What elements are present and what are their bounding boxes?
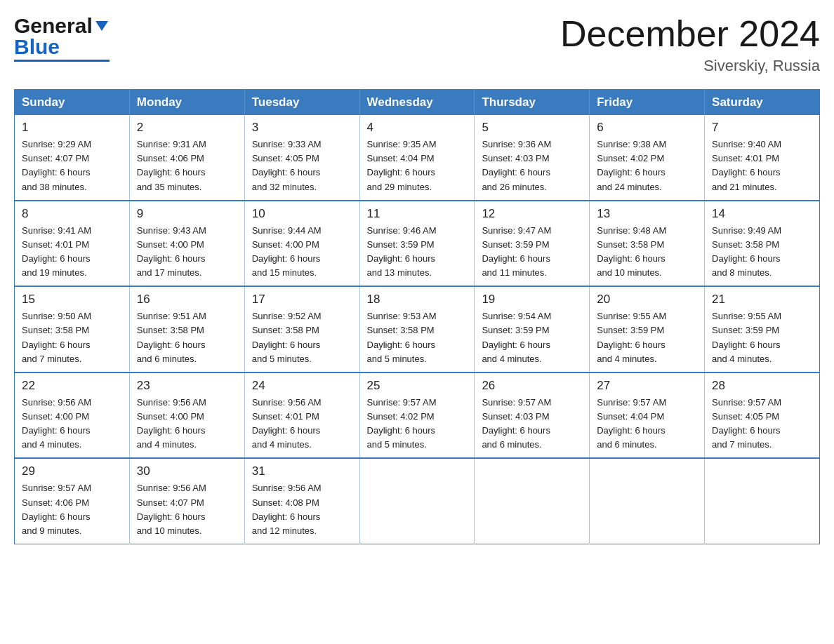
day-number: 11 bbox=[367, 207, 468, 221]
calendar-week-row: 1Sunrise: 9:29 AMSunset: 4:07 PMDaylight… bbox=[15, 115, 820, 201]
logo: General Blue bbox=[14, 14, 110, 62]
day-number: 7 bbox=[712, 121, 812, 135]
calendar-empty-cell bbox=[359, 458, 475, 544]
calendar-day-cell: 31Sunrise: 9:56 AMSunset: 4:08 PMDayligh… bbox=[244, 458, 359, 544]
day-number: 9 bbox=[137, 207, 237, 221]
location-title: Siverskiy, Russia bbox=[560, 57, 820, 75]
calendar-day-cell: 4Sunrise: 9:35 AMSunset: 4:04 PMDaylight… bbox=[359, 115, 475, 201]
day-info: Sunrise: 9:38 AMSunset: 4:02 PMDaylight:… bbox=[597, 137, 697, 194]
calendar-day-cell: 28Sunrise: 9:57 AMSunset: 4:05 PMDayligh… bbox=[705, 373, 820, 459]
day-info: Sunrise: 9:47 AMSunset: 3:59 PMDaylight:… bbox=[482, 224, 582, 281]
day-info: Sunrise: 9:56 AMSunset: 4:08 PMDaylight:… bbox=[252, 481, 352, 538]
month-title: December 2024 bbox=[560, 14, 820, 54]
calendar-week-row: 15Sunrise: 9:50 AMSunset: 3:58 PMDayligh… bbox=[15, 286, 820, 373]
day-number: 20 bbox=[597, 293, 697, 307]
calendar-day-cell: 23Sunrise: 9:56 AMSunset: 4:00 PMDayligh… bbox=[129, 373, 244, 459]
day-number: 22 bbox=[22, 379, 122, 393]
weekday-header-monday: Monday bbox=[129, 90, 244, 116]
day-info: Sunrise: 9:55 AMSunset: 3:59 PMDaylight:… bbox=[597, 309, 697, 366]
day-info: Sunrise: 9:48 AMSunset: 3:58 PMDaylight:… bbox=[597, 224, 697, 281]
day-info: Sunrise: 9:51 AMSunset: 3:58 PMDaylight:… bbox=[137, 309, 237, 366]
weekday-header-row: SundayMondayTuesdayWednesdayThursdayFrid… bbox=[15, 90, 820, 116]
calendar-day-cell: 14Sunrise: 9:49 AMSunset: 3:58 PMDayligh… bbox=[705, 201, 820, 287]
calendar-week-row: 29Sunrise: 9:57 AMSunset: 4:06 PMDayligh… bbox=[15, 458, 820, 544]
day-info: Sunrise: 9:31 AMSunset: 4:06 PMDaylight:… bbox=[137, 137, 237, 194]
logo-text-general: General bbox=[14, 14, 93, 38]
calendar-day-cell: 27Sunrise: 9:57 AMSunset: 4:04 PMDayligh… bbox=[590, 373, 705, 459]
day-info: Sunrise: 9:43 AMSunset: 4:00 PMDaylight:… bbox=[137, 224, 237, 281]
day-info: Sunrise: 9:49 AMSunset: 3:58 PMDaylight:… bbox=[712, 224, 812, 281]
day-info: Sunrise: 9:57 AMSunset: 4:04 PMDaylight:… bbox=[597, 396, 697, 452]
calendar-day-cell: 20Sunrise: 9:55 AMSunset: 3:59 PMDayligh… bbox=[590, 286, 705, 373]
calendar-week-row: 8Sunrise: 9:41 AMSunset: 4:01 PMDaylight… bbox=[15, 201, 820, 287]
day-info: Sunrise: 9:53 AMSunset: 3:58 PMDaylight:… bbox=[367, 309, 468, 366]
day-number: 27 bbox=[597, 379, 697, 393]
calendar-day-cell: 25Sunrise: 9:57 AMSunset: 4:02 PMDayligh… bbox=[359, 373, 475, 459]
day-number: 4 bbox=[367, 121, 468, 135]
day-info: Sunrise: 9:56 AMSunset: 4:00 PMDaylight:… bbox=[137, 396, 237, 452]
day-number: 13 bbox=[597, 207, 697, 221]
day-number: 10 bbox=[252, 207, 352, 221]
day-info: Sunrise: 9:44 AMSunset: 4:00 PMDaylight:… bbox=[252, 224, 352, 281]
calendar-day-cell: 26Sunrise: 9:57 AMSunset: 4:03 PMDayligh… bbox=[475, 373, 590, 459]
calendar-week-row: 22Sunrise: 9:56 AMSunset: 4:00 PMDayligh… bbox=[15, 373, 820, 459]
calendar-day-cell: 6Sunrise: 9:38 AMSunset: 4:02 PMDaylight… bbox=[590, 115, 705, 201]
day-info: Sunrise: 9:29 AMSunset: 4:07 PMDaylight:… bbox=[22, 137, 122, 194]
logo-text-blue: Blue bbox=[14, 35, 110, 62]
day-number: 23 bbox=[137, 379, 237, 393]
day-number: 15 bbox=[22, 293, 122, 307]
calendar-day-cell: 10Sunrise: 9:44 AMSunset: 4:00 PMDayligh… bbox=[244, 201, 359, 287]
day-number: 3 bbox=[252, 121, 352, 135]
day-number: 31 bbox=[252, 464, 352, 478]
calendar-day-cell: 18Sunrise: 9:53 AMSunset: 3:58 PMDayligh… bbox=[359, 286, 475, 373]
calendar-day-cell: 22Sunrise: 9:56 AMSunset: 4:00 PMDayligh… bbox=[15, 373, 130, 459]
svg-marker-0 bbox=[95, 21, 108, 31]
day-info: Sunrise: 9:56 AMSunset: 4:00 PMDaylight:… bbox=[22, 396, 122, 452]
calendar-day-cell: 13Sunrise: 9:48 AMSunset: 3:58 PMDayligh… bbox=[590, 201, 705, 287]
weekday-header-saturday: Saturday bbox=[705, 90, 820, 116]
day-number: 16 bbox=[137, 293, 237, 307]
weekday-header-sunday: Sunday bbox=[15, 90, 130, 116]
calendar-day-cell: 11Sunrise: 9:46 AMSunset: 3:59 PMDayligh… bbox=[359, 201, 475, 287]
day-info: Sunrise: 9:41 AMSunset: 4:01 PMDaylight:… bbox=[22, 224, 122, 281]
calendar-day-cell: 9Sunrise: 9:43 AMSunset: 4:00 PMDaylight… bbox=[129, 201, 244, 287]
day-number: 25 bbox=[367, 379, 468, 393]
calendar-day-cell: 24Sunrise: 9:56 AMSunset: 4:01 PMDayligh… bbox=[244, 373, 359, 459]
day-number: 19 bbox=[482, 293, 582, 307]
day-number: 14 bbox=[712, 207, 812, 221]
day-number: 24 bbox=[252, 379, 352, 393]
day-number: 18 bbox=[367, 293, 468, 307]
day-info: Sunrise: 9:56 AMSunset: 4:01 PMDaylight:… bbox=[252, 396, 352, 452]
weekday-header-tuesday: Tuesday bbox=[244, 90, 359, 116]
day-info: Sunrise: 9:40 AMSunset: 4:01 PMDaylight:… bbox=[712, 137, 812, 194]
calendar-day-cell: 29Sunrise: 9:57 AMSunset: 4:06 PMDayligh… bbox=[15, 458, 130, 544]
day-number: 17 bbox=[252, 293, 352, 307]
calendar-table: SundayMondayTuesdayWednesdayThursdayFrid… bbox=[14, 89, 820, 544]
calendar-day-cell: 16Sunrise: 9:51 AMSunset: 3:58 PMDayligh… bbox=[129, 286, 244, 373]
day-info: Sunrise: 9:33 AMSunset: 4:05 PMDaylight:… bbox=[252, 137, 352, 194]
calendar-day-cell: 21Sunrise: 9:55 AMSunset: 3:59 PMDayligh… bbox=[705, 286, 820, 373]
calendar-empty-cell bbox=[475, 458, 590, 544]
day-info: Sunrise: 9:36 AMSunset: 4:03 PMDaylight:… bbox=[482, 137, 582, 194]
day-info: Sunrise: 9:50 AMSunset: 3:58 PMDaylight:… bbox=[22, 309, 122, 366]
calendar-title-block: December 2024 Siverskiy, Russia bbox=[560, 14, 820, 75]
day-info: Sunrise: 9:35 AMSunset: 4:04 PMDaylight:… bbox=[367, 137, 468, 194]
day-info: Sunrise: 9:52 AMSunset: 3:58 PMDaylight:… bbox=[252, 309, 352, 366]
calendar-day-cell: 8Sunrise: 9:41 AMSunset: 4:01 PMDaylight… bbox=[15, 201, 130, 287]
page-header: General Blue December 2024 Siverskiy, Ru… bbox=[14, 14, 820, 75]
logo-arrow-icon bbox=[94, 18, 110, 36]
day-number: 8 bbox=[22, 207, 122, 221]
calendar-day-cell: 3Sunrise: 9:33 AMSunset: 4:05 PMDaylight… bbox=[244, 115, 359, 201]
day-info: Sunrise: 9:57 AMSunset: 4:06 PMDaylight:… bbox=[22, 481, 122, 538]
day-number: 21 bbox=[712, 293, 812, 307]
day-info: Sunrise: 9:57 AMSunset: 4:05 PMDaylight:… bbox=[712, 396, 812, 452]
day-number: 29 bbox=[22, 464, 122, 478]
day-number: 1 bbox=[22, 121, 122, 135]
calendar-day-cell: 30Sunrise: 9:56 AMSunset: 4:07 PMDayligh… bbox=[129, 458, 244, 544]
calendar-day-cell: 19Sunrise: 9:54 AMSunset: 3:59 PMDayligh… bbox=[475, 286, 590, 373]
calendar-day-cell: 7Sunrise: 9:40 AMSunset: 4:01 PMDaylight… bbox=[705, 115, 820, 201]
day-number: 5 bbox=[482, 121, 582, 135]
weekday-header-thursday: Thursday bbox=[475, 90, 590, 116]
day-number: 12 bbox=[482, 207, 582, 221]
calendar-day-cell: 1Sunrise: 9:29 AMSunset: 4:07 PMDaylight… bbox=[15, 115, 130, 201]
